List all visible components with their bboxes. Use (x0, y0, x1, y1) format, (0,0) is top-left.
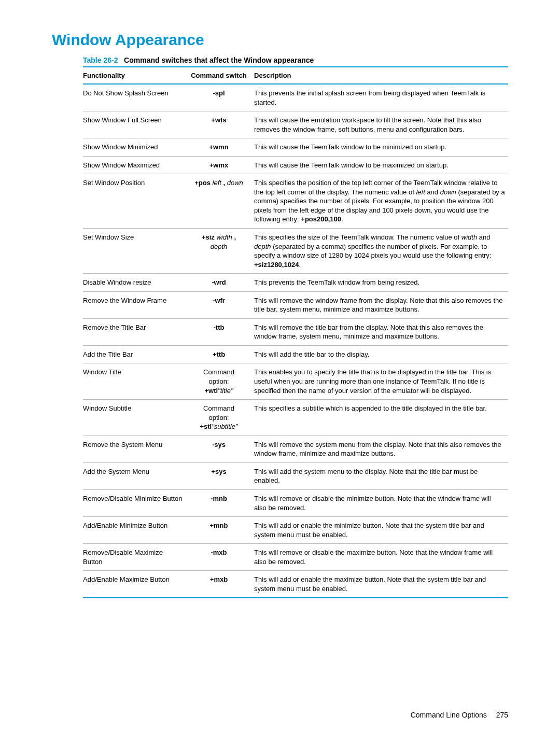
section-heading: Window Appearance (52, 31, 508, 49)
cell-command: -mnb (187, 489, 254, 516)
cell-description: This enables you to specify the title th… (254, 363, 508, 400)
col-description: Description (254, 67, 508, 84)
cell-description: This will remove the system menu from th… (254, 435, 508, 462)
footer-text: Command Line Options (411, 711, 487, 719)
cell-functionality: Set Window Position (83, 174, 187, 229)
cell-command: +wfs (187, 111, 254, 138)
page-number: 275 (496, 711, 508, 719)
cell-command: +ttb (187, 345, 254, 363)
cell-description: This prevents the TeemTalk window from b… (254, 274, 508, 292)
cell-functionality: Set Window Size (83, 229, 187, 274)
cell-description: This will cause the emulation workspace … (254, 111, 508, 138)
cell-functionality: Remove the System Menu (83, 435, 187, 462)
table-row: Window TitleCommandoption:+wtl"title"Thi… (83, 363, 508, 400)
page-footer: Command Line Options 275 (411, 711, 508, 719)
cell-functionality: Show Window Minimized (83, 138, 187, 157)
cell-command: -mxb (187, 544, 254, 571)
cell-command: -wfr (187, 291, 254, 318)
cell-description: This specifies the size of the TeemTalk … (254, 229, 508, 274)
cell-description: This will cause the TeemTalk window to b… (254, 138, 508, 157)
cell-description: This will cause the TeemTalk window to b… (254, 156, 508, 174)
cell-description: This specifies a subtitle which is appen… (254, 400, 508, 436)
table-row: Remove/Disable Minimize Button-mnbThis w… (83, 489, 508, 516)
table-title: Table 26-2 Command switches that affect … (83, 56, 508, 64)
cell-description: This will add the title bar to the displ… (254, 345, 508, 363)
cell-command: +wmx (187, 156, 254, 174)
cell-command: +wmn (187, 138, 254, 157)
table-row: Show Window Maximized+wmxThis will cause… (83, 156, 508, 174)
table-caption: Command switches that affect the Window … (124, 56, 314, 64)
cell-functionality: Add/Enable Maximize Button (83, 571, 187, 598)
table-row: Show Window Full Screen+wfsThis will cau… (83, 111, 508, 138)
cell-functionality: Add the Title Bar (83, 345, 187, 363)
cell-command: +pos left , down (187, 174, 254, 229)
cell-functionality: Remove the Title Bar (83, 318, 187, 345)
table-row: Set Window Position+pos left , downThis … (83, 174, 508, 229)
cell-description: This will remove the title bar from the … (254, 318, 508, 345)
cell-description: This will remove the window frame from t… (254, 291, 508, 318)
table-row: Set Window Size+siz width ,depthThis spe… (83, 229, 508, 274)
cell-description: This will add or enable the minimize but… (254, 517, 508, 544)
cell-command: -sys (187, 435, 254, 462)
table-row: Show Window Minimized+wmnThis will cause… (83, 138, 508, 157)
cell-description: This will remove or disable the maximize… (254, 544, 508, 571)
cell-functionality: Remove the Window Frame (83, 291, 187, 318)
cell-functionality: Do Not Show Splash Screen (83, 84, 187, 111)
cell-functionality: Add the System Menu (83, 462, 187, 489)
cell-functionality: Add/Enable Minimize Button (83, 517, 187, 544)
table-row: Add the System Menu+sysThis will add the… (83, 462, 508, 489)
cell-functionality: Show Window Full Screen (83, 111, 187, 138)
table-row: Add/Enable Minimize Button+mnbThis will … (83, 517, 508, 544)
cell-description: This prevents the initial splash screen … (254, 84, 508, 111)
cell-command: +siz width ,depth (187, 229, 254, 274)
table-head-row: Functionality Command switch Description (83, 67, 508, 84)
table-row: Remove the Title Bar-ttbThis will remove… (83, 318, 508, 345)
table-row: Remove/Disable Maximize Button-mxbThis w… (83, 544, 508, 571)
col-command: Command switch (187, 67, 254, 84)
col-functionality: Functionality (83, 67, 187, 84)
table-row: Remove the System Menu-sysThis will remo… (83, 435, 508, 462)
table-row: Window SubtitleCommandoption:+stl"subtit… (83, 400, 508, 436)
cell-command: Commandoption:+wtl"title" (187, 363, 254, 400)
cell-functionality: Show Window Maximized (83, 156, 187, 174)
cell-functionality: Remove/Disable Maximize Button (83, 544, 187, 571)
cell-command: +mxb (187, 571, 254, 598)
cell-command: +mnb (187, 517, 254, 544)
cell-functionality: Disable Window resize (83, 274, 187, 292)
table-row: Remove the Window Frame-wfrThis will rem… (83, 291, 508, 318)
cell-functionality: Window Subtitle (83, 400, 187, 436)
cell-description: This will remove or disable the minimize… (254, 489, 508, 516)
cell-description: This specifies the position of the top l… (254, 174, 508, 229)
table-row: Do Not Show Splash Screen-splThis preven… (83, 84, 508, 111)
cell-functionality: Remove/Disable Minimize Button (83, 489, 187, 516)
cell-functionality: Window Title (83, 363, 187, 400)
table-row: Add/Enable Maximize Button+mxbThis will … (83, 571, 508, 598)
table-row: Disable Window resize-wrdThis prevents t… (83, 274, 508, 292)
cell-description: This will add or enable the maximize but… (254, 571, 508, 598)
table-row: Add the Title Bar+ttbThis will add the t… (83, 345, 508, 363)
table-number: Table 26-2 (83, 56, 118, 64)
cell-command: -ttb (187, 318, 254, 345)
cell-command: +sys (187, 462, 254, 489)
cell-command: -wrd (187, 274, 254, 292)
cell-description: This will add the system menu to the dis… (254, 462, 508, 489)
cell-command: -spl (187, 84, 254, 111)
cell-command: Commandoption:+stl"subtitle" (187, 400, 254, 436)
switch-table: Functionality Command switch Description… (83, 66, 508, 598)
